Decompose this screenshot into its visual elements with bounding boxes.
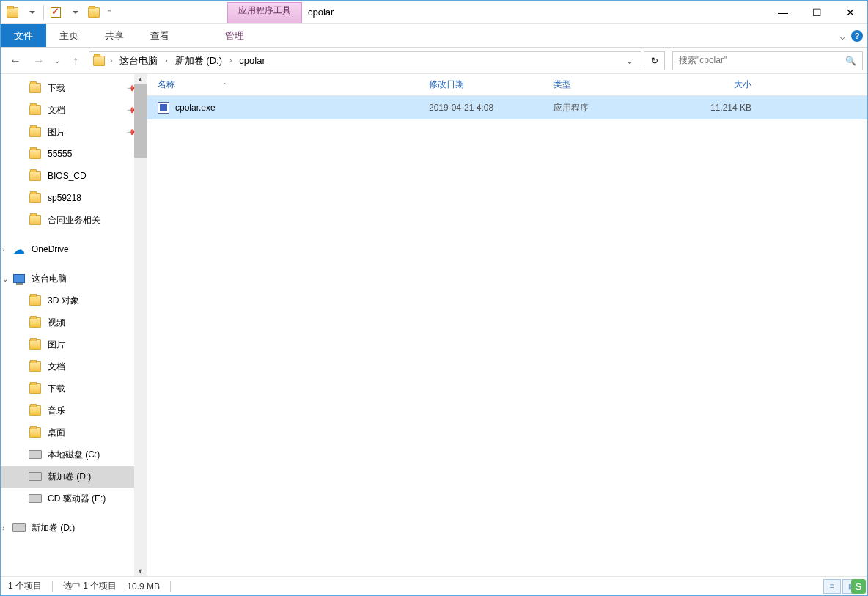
sidebar-item[interactable]: sp59218 — [1, 187, 147, 209]
expand-icon[interactable]: › — [2, 246, 10, 254]
sidebar-item[interactable]: 本地磁盘 (C:) — [1, 444, 147, 466]
column-name[interactable]: 名称ˆ — [158, 78, 429, 91]
sidebar-item[interactable]: 图片📌 — [1, 121, 147, 143]
sidebar-item-label: 3D 对象 — [48, 295, 79, 307]
file-size: 11,214 KB — [678, 103, 766, 113]
expand-icon[interactable]: › — [2, 524, 10, 532]
sidebar-item-label: 桌面 — [48, 427, 65, 439]
quick-access-toolbar: ⁼ — [1, 1, 117, 23]
breadcrumb-item[interactable]: 新加卷 (D:) — [172, 54, 225, 67]
file-row[interactable]: cpolar.exe 2019-04-21 4:08 应用程序 11,214 K… — [147, 96, 867, 119]
refresh-button[interactable]: ↻ — [644, 51, 665, 70]
sidebar-item-label: CD 驱动器 (E:) — [48, 493, 106, 505]
maximize-button[interactable]: ☐ — [800, 1, 834, 23]
status-selected: 选中 1 个项目 — [63, 580, 117, 592]
ime-indicator-icon[interactable]: S — [851, 579, 866, 594]
tab-share[interactable]: 共享 — [92, 24, 137, 47]
sidebar-item-label: 新加卷 (D:) — [48, 471, 91, 483]
folder-icon[interactable] — [4, 4, 21, 21]
collapse-icon[interactable]: ⌄ — [2, 275, 10, 283]
sidebar-item-label: 图片 — [48, 126, 65, 139]
tab-view[interactable]: 查看 — [137, 24, 183, 47]
qat-overflow[interactable]: ⁼ — [104, 4, 114, 21]
file-type: 应用程序 — [553, 102, 678, 114]
sidebar-item-label: 这台电脑 — [32, 273, 67, 285]
qat-dropdown[interactable] — [23, 4, 40, 21]
view-details-button[interactable]: ≡ — [823, 579, 841, 594]
sidebar-item-thispc[interactable]: ⌄这台电脑 — [1, 268, 147, 290]
ribbon-collapse-icon[interactable]: ⌵ — [839, 30, 845, 42]
properties-icon[interactable] — [47, 4, 65, 21]
sidebar-item[interactable]: 55555 — [1, 143, 147, 165]
file-list-pane: 名称ˆ 修改日期 类型 大小 cpolar.exe 2019-04-21 4:0… — [147, 74, 867, 576]
ribbon-tabs: 文件 主页 共享 查看 管理 ⌵ ? — [1, 24, 867, 48]
sidebar-item[interactable]: 新加卷 (D:) — [1, 466, 147, 488]
navigation-bar: ← → ⌄ ↑ › 这台电脑 › 新加卷 (D:) › cpolar ⌄ ↻ 搜… — [1, 48, 867, 74]
scrollbar-thumb[interactable] — [134, 84, 147, 158]
title-bar: ⁼ 应用程序工具 cpolar — ☐ ✕ — [1, 1, 867, 24]
sidebar-item[interactable]: BIOS_CD — [1, 165, 147, 187]
status-bar: 1 个项目 选中 1 个项目 10.9 MB ≡ ▦ — [1, 576, 867, 595]
close-button[interactable]: ✕ — [834, 1, 867, 23]
back-button[interactable]: ← — [5, 51, 26, 71]
minimize-button[interactable]: — — [766, 1, 800, 23]
sidebar-item[interactable]: 文档 — [1, 356, 147, 378]
scroll-up-icon[interactable]: ▲ — [134, 74, 147, 84]
sidebar-item-label: 文档 — [48, 104, 65, 117]
sidebar-item-label: 下载 — [48, 383, 65, 395]
sidebar-item[interactable]: 下载📌 — [1, 77, 147, 99]
sidebar-item[interactable]: 3D 对象 — [1, 290, 147, 312]
search-input[interactable]: 搜索"cpolar" 🔍 — [672, 51, 863, 70]
scroll-down-icon[interactable]: ▼ — [134, 566, 147, 576]
pc-icon — [12, 272, 26, 285]
sidebar-item[interactable]: ›新加卷 (D:) — [1, 517, 147, 539]
status-size: 10.9 MB — [127, 581, 160, 592]
qat-dropdown-2[interactable] — [66, 4, 84, 21]
tab-manage[interactable]: 管理 — [212, 24, 257, 47]
context-tab-apptools[interactable]: 应用程序工具 — [227, 2, 302, 23]
column-headers: 名称ˆ 修改日期 类型 大小 — [147, 74, 867, 96]
sidebar-item[interactable]: 图片 — [1, 334, 147, 356]
separator — [52, 581, 53, 592]
address-bar[interactable]: › 这台电脑 › 新加卷 (D:) › cpolar ⌄ — [89, 51, 641, 70]
sidebar-item-label: sp59218 — [48, 193, 81, 203]
sidebar-item[interactable]: 文档📌 — [1, 99, 147, 121]
sidebar-item[interactable]: 合同业务相关 — [1, 209, 147, 231]
up-button[interactable]: ↑ — [65, 51, 86, 71]
sidebar-item-label: 新加卷 (D:) — [32, 522, 75, 534]
help-icon[interactable]: ? — [851, 30, 863, 42]
sidebar-item[interactable]: 视频 — [1, 312, 147, 334]
forward-button[interactable]: → — [29, 51, 49, 71]
column-size[interactable]: 大小 — [678, 78, 766, 91]
search-placeholder: 搜索"cpolar" — [679, 54, 727, 67]
sidebar-item[interactable]: 下载 — [1, 378, 147, 400]
address-dropdown-icon[interactable]: ⌄ — [622, 56, 638, 66]
sidebar-item-label: 文档 — [48, 361, 65, 373]
breadcrumb-item[interactable]: 这台电脑 — [117, 54, 161, 67]
chevron-right-icon[interactable]: › — [227, 56, 235, 65]
sidebar-item-onedrive[interactable]: ›☁OneDrive — [1, 238, 147, 260]
file-date: 2019-04-21 4:08 — [429, 103, 553, 113]
sidebar-item-label: 视频 — [48, 317, 65, 329]
scrollbar[interactable]: ▲ ▼ — [134, 74, 147, 576]
recent-dropdown[interactable]: ⌄ — [52, 51, 62, 71]
sidebar-item[interactable]: 音乐 — [1, 400, 147, 422]
status-item-count: 1 个项目 — [8, 580, 42, 592]
search-icon[interactable]: 🔍 — [845, 56, 856, 66]
chevron-right-icon[interactable]: › — [162, 56, 170, 65]
sidebar-item[interactable]: CD 驱动器 (E:) — [1, 488, 147, 509]
chevron-right-icon[interactable]: › — [107, 56, 115, 65]
sidebar-item[interactable]: 桌面 — [1, 422, 147, 444]
sidebar-item-label: OneDrive — [32, 244, 69, 254]
tab-home[interactable]: 主页 — [46, 24, 92, 47]
tab-file[interactable]: 文件 — [1, 24, 46, 47]
separator — [170, 581, 171, 592]
breadcrumb-item[interactable]: cpolar — [236, 55, 268, 66]
sidebar-item-label: BIOS_CD — [48, 171, 87, 181]
sidebar-item-label: 55555 — [48, 149, 72, 159]
sidebar-item-label: 本地磁盘 (C:) — [48, 449, 100, 461]
column-type[interactable]: 类型 — [553, 78, 678, 91]
folder-icon-2[interactable] — [85, 4, 103, 21]
file-name: cpolar.exe — [175, 103, 216, 113]
column-date[interactable]: 修改日期 — [429, 78, 553, 91]
